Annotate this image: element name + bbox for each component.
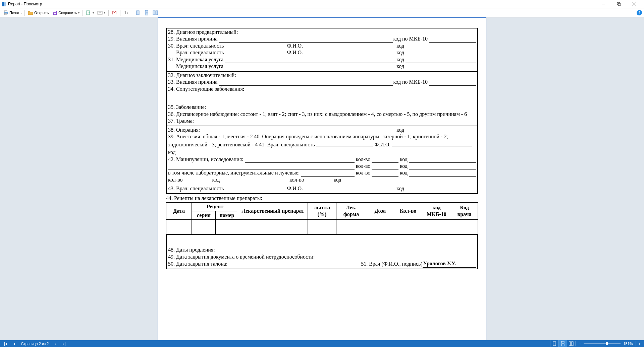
help-button[interactable]: ? <box>637 10 642 15</box>
label-33: 33. Внешняя причина <box>168 79 217 85</box>
line-37: 37. Травма: <box>168 118 476 124</box>
mail-button[interactable]: ▾ <box>96 9 106 16</box>
workspace[interactable]: 28. Диагноз предварительный: 29. Внешняя… <box>0 17 644 341</box>
svg-rect-23 <box>569 342 571 346</box>
label-fio: Ф.И.О. <box>287 185 303 192</box>
line-50-51: 50. Дата закрытия талона: 51. Врач (Ф.И.… <box>168 260 476 267</box>
label-50: 50. Дата закрытия талона: <box>168 261 227 267</box>
view-continuous-button[interactable] <box>558 340 567 347</box>
line-32: 32. Диагноз заключительный: <box>168 72 476 79</box>
find-icon <box>112 10 117 15</box>
svg-rect-8 <box>4 11 7 12</box>
text-tool-button[interactable]: TI <box>122 9 130 16</box>
label-code: код <box>212 177 220 183</box>
mail-icon <box>97 10 103 15</box>
next-page-button[interactable]: ▸ <box>55 342 57 346</box>
line-44: 44. Рецепты на лекарственные препараты: <box>166 195 478 202</box>
zoom-in-button[interactable]: + <box>639 342 641 346</box>
label-code: код <box>400 156 408 163</box>
close-button[interactable] <box>627 0 642 8</box>
th-dose: Доза <box>366 203 394 220</box>
zoom-out-button[interactable]: − <box>579 342 581 346</box>
svg-rect-15 <box>137 11 139 15</box>
print-label: Печать <box>9 11 21 15</box>
label-code: код <box>400 163 408 169</box>
th-doccode: Код врача <box>451 203 478 220</box>
label-kolvo: кол-во <box>168 177 183 183</box>
label-code: код <box>168 149 176 155</box>
last-page-button[interactable]: ▸| <box>63 342 66 346</box>
label-fio: Ф.И.О. <box>287 49 303 56</box>
open-button[interactable]: Открыть <box>27 9 50 16</box>
th-series: серия <box>192 211 216 219</box>
statusbar: |◂ ◂ Страница 2 из 2 ▸ ▸| − 151% + <box>0 340 644 347</box>
continuous-button[interactable] <box>143 9 150 16</box>
line-29: 29. Внешняя причина код по МКБ-10 <box>168 36 476 42</box>
label-code: код <box>396 127 404 133</box>
line-39-41: 39. Анестезия: общая - 1; местная - 2 40… <box>168 133 476 156</box>
page-indicator: Страница 2 из 2 <box>21 342 49 346</box>
open-label: Открыть <box>34 11 49 15</box>
chevron-down-icon: ▾ <box>78 11 79 14</box>
line-42: 42. Манипуляции, исследования: кол-во ко… <box>168 156 476 163</box>
maximize-button[interactable] <box>611 0 627 8</box>
separator <box>24 10 25 16</box>
th-drug: Лекарственный препарат <box>238 203 308 220</box>
label-incl: в том числе лабораторные, инструментальн… <box>168 169 300 176</box>
separator <box>108 10 109 16</box>
label-29: 29. Внешняя причина <box>168 36 217 42</box>
line-31-repeat: Медицинская услуга код <box>168 63 476 70</box>
label-51: 51. Врач (Ф.И.О., подпись) <box>361 261 422 267</box>
label-42: 42. Манипуляции, исследования: <box>168 156 244 163</box>
line-35: 35. Заболевание: <box>168 104 476 111</box>
svg-rect-18 <box>153 11 155 15</box>
line-incl: в том числе лабораторные, инструментальн… <box>168 169 476 176</box>
line-43: 43. Врач: специальность Ф.И.О. код <box>168 185 476 192</box>
save-label: Сохранить <box>58 11 77 15</box>
th-qty: Кол-во <box>394 203 422 220</box>
block-final-diagnosis: 32. Диагноз заключительный: 33. Внешняя … <box>166 71 478 126</box>
label-fio: Ф.И.О. <box>375 142 391 147</box>
label-mkb10: код по МКБ-10 <box>393 79 428 85</box>
label-kolvo: кол-во <box>356 163 371 169</box>
svg-rect-19 <box>156 11 158 15</box>
toolbar: Печать Открыть Сохранить ▾ ▾ ▾ TI ? <box>0 8 644 17</box>
line-kolvo-kod: кол-во код кол-во код <box>168 177 476 183</box>
svg-rect-16 <box>145 10 148 12</box>
th-recipe: Рецепт <box>192 203 238 211</box>
th-number: номер <box>216 211 238 219</box>
find-button[interactable] <box>111 9 118 16</box>
svg-rect-20 <box>553 342 556 346</box>
prescriptions-table: Дата Рецепт Лекарственный препарат льгот… <box>166 202 478 234</box>
label-kolvo: кол-во <box>356 156 371 163</box>
minimize-button[interactable] <box>596 0 611 8</box>
export-button[interactable]: ▾ <box>85 9 95 16</box>
label-fio: Ф.И.О. <box>287 43 303 49</box>
label-code: код <box>396 63 404 70</box>
table-row <box>166 220 478 227</box>
view-multi-button[interactable] <box>567 340 575 347</box>
zoom-control: − 151% + <box>575 341 644 346</box>
svg-rect-4 <box>618 3 621 6</box>
label-mkb10: код по МКБ-10 <box>393 36 428 42</box>
multipage-button[interactable] <box>152 9 159 16</box>
text-icon: TI <box>123 10 129 15</box>
print-button[interactable]: Печать <box>2 9 22 16</box>
line-48: 48. Даты продления: <box>168 247 476 253</box>
th-mkb: код МКБ-10 <box>422 203 451 220</box>
save-icon <box>52 10 57 15</box>
separator <box>120 10 120 16</box>
label-31r: Медицинская услуга <box>176 63 223 70</box>
zoom-slider[interactable] <box>584 343 621 344</box>
zoom-value: 151% <box>623 342 633 346</box>
block-prelim-diagnosis: 28. Диагноз предварительный: 29. Внешняя… <box>166 28 478 72</box>
first-page-button[interactable]: |◂ <box>4 342 7 346</box>
view-single-button[interactable] <box>550 340 558 347</box>
prev-page-button[interactable]: ◂ <box>13 342 15 346</box>
single-page-button[interactable] <box>134 9 142 16</box>
print-icon <box>3 10 8 15</box>
line-34: 34. Сопутствующие заболевания: <box>168 86 476 92</box>
label-code: код <box>396 43 404 49</box>
line-36: 36. Диспансерное наблюдение: состоит - 1… <box>168 111 476 118</box>
save-button[interactable]: Сохранить ▾ <box>51 9 80 16</box>
